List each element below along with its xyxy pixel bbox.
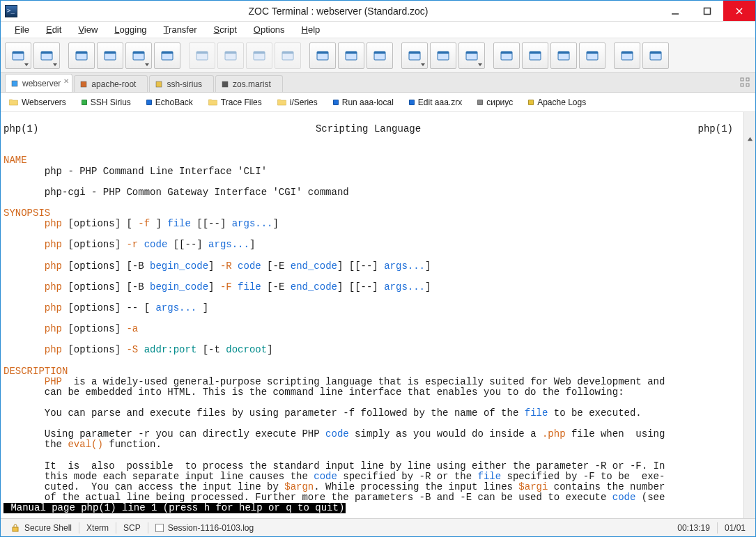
bullet-icon — [333, 100, 339, 105]
quickconnect-button[interactable] — [33, 42, 60, 69]
new-connection-button[interactable] — [68, 42, 95, 69]
reconnect-button[interactable] — [125, 42, 152, 69]
svg-rect-1 — [704, 8, 711, 14]
svg-rect-50 — [156, 81, 162, 87]
status-log[interactable]: Session-1116-0103.log — [150, 523, 259, 533]
titlebar: ZOC Terminal : webserver (Standard.zoc) — [1, 1, 755, 22]
tab-label: apache-root — [91, 79, 136, 89]
menu-logging[interactable]: Logging — [107, 22, 153, 37]
svg-rect-23 — [282, 52, 293, 54]
svg-rect-15 — [162, 52, 173, 54]
bookmark-label: SSH Sirius — [91, 98, 131, 107]
tab-webserver[interactable]: webserver✕ — [5, 74, 72, 92]
bookmark-i-series[interactable]: i/Series — [277, 98, 318, 107]
app-icon — [5, 5, 17, 17]
disconnect-button[interactable] — [97, 42, 123, 69]
tab-icon — [11, 80, 18, 87]
svg-rect-54 — [741, 84, 743, 86]
svg-rect-7 — [41, 52, 52, 54]
menubar: FileEditViewLoggingTransferScriptOptions… — [1, 22, 755, 38]
tab-label: zos.marist — [233, 79, 271, 89]
maximize-button[interactable] — [691, 1, 723, 21]
keyboard-button[interactable] — [493, 42, 520, 69]
svg-rect-47 — [650, 52, 661, 54]
define-button[interactable] — [367, 42, 393, 69]
tools2-button[interactable] — [642, 42, 669, 69]
download-button[interactable] — [309, 42, 336, 69]
tab-label: ssh-sirius — [167, 79, 202, 89]
status-connection: Secure Shell — [5, 523, 77, 533]
minimize-button[interactable] — [659, 1, 691, 21]
bookmark-label: Webservers — [22, 98, 66, 107]
svg-rect-9 — [76, 52, 87, 54]
status-time: 00:13:19 — [672, 523, 716, 533]
bookmark-webservers[interactable]: Webservers — [9, 98, 66, 107]
lock-icon — [10, 523, 20, 533]
tab-overview-icon[interactable] — [740, 77, 750, 87]
paste-selection-button — [275, 42, 301, 69]
bookmark-label: Apache Logs — [537, 98, 586, 107]
menu-options[interactable]: Options — [247, 22, 292, 37]
terminal-view[interactable]: php(1)Scripting Languagephp(1) NAME php … — [1, 112, 755, 518]
status-transfer: SCP — [118, 523, 146, 533]
status-position: 01/01 — [719, 523, 751, 533]
bookmark-edit-aaa-zrx[interactable]: Edit aaa.zrx — [409, 98, 462, 107]
svg-rect-19 — [225, 52, 236, 54]
window-controls — [659, 1, 755, 21]
svg-rect-21 — [254, 52, 265, 54]
menu-transfer[interactable]: Transfer — [157, 22, 204, 37]
svg-rect-33 — [438, 52, 449, 54]
close-button[interactable] — [723, 1, 755, 21]
svg-rect-17 — [196, 52, 208, 54]
svg-rect-13 — [133, 52, 144, 54]
section-name: NAME — [3, 155, 27, 166]
menu-edit[interactable]: Edit — [39, 22, 68, 37]
menu-script[interactable]: Script — [207, 22, 244, 37]
man-header-center: Scripting Language — [316, 124, 421, 134]
run-script-button[interactable] — [401, 42, 428, 69]
bookmark-trace-files[interactable]: Trace Files — [208, 98, 262, 107]
bookmark-echoback[interactable]: EchoBack — [146, 98, 193, 107]
svg-rect-52 — [741, 78, 743, 81]
scrollbar[interactable] — [743, 112, 755, 518]
menu-view[interactable]: View — [71, 22, 105, 37]
folder-icon — [9, 98, 18, 106]
tools1-button[interactable] — [614, 42, 640, 69]
close-icon[interactable]: ✕ — [63, 77, 69, 85]
edit-script-button[interactable] — [458, 42, 485, 69]
svg-rect-49 — [81, 81, 86, 87]
tab-zos-marist[interactable]: zos.marist — [215, 75, 283, 92]
tab-icon — [155, 81, 162, 88]
scroll-up-icon[interactable] — [744, 133, 755, 145]
bullet-icon — [82, 100, 87, 105]
clone-button[interactable] — [154, 42, 180, 69]
cut-button — [217, 42, 244, 69]
options-button[interactable] — [522, 42, 548, 69]
svg-rect-55 — [746, 84, 749, 86]
text-send-button[interactable] — [338, 42, 364, 69]
tab-apache-root[interactable]: apache-root — [74, 75, 148, 92]
tab-ssh-sirius[interactable]: ssh-sirius — [149, 75, 214, 92]
paste-button — [246, 42, 272, 69]
bookmark-ssh-sirius[interactable]: SSH Sirius — [82, 98, 131, 107]
bookmark-сириус[interactable]: сириус — [477, 98, 513, 107]
bookmark-label: i/Series — [290, 98, 318, 107]
menu-help[interactable]: Help — [295, 22, 327, 37]
bookmark-apache-logs[interactable]: Apache Logs — [528, 98, 586, 107]
hostdir-button[interactable] — [5, 42, 31, 69]
bookmark-run-aaa-local[interactable]: Run aaa-local — [333, 98, 394, 107]
open-folder-button[interactable] — [579, 42, 605, 69]
profile-button[interactable] — [550, 42, 577, 69]
svg-rect-5 — [13, 52, 24, 54]
svg-rect-56 — [13, 527, 18, 531]
svg-rect-25 — [317, 52, 328, 54]
svg-rect-43 — [587, 52, 598, 54]
statusbar: Secure Shell Xterm SCP Session-1116-0103… — [1, 518, 755, 536]
window-title: ZOC Terminal : webserver (Standard.zoc) — [17, 6, 659, 17]
checkbox-icon[interactable] — [155, 524, 164, 532]
bullet-icon — [528, 100, 534, 105]
menu-file[interactable]: File — [8, 22, 36, 37]
section-synopsis: SYNOPSIS — [3, 208, 50, 219]
tab-label: webserver — [22, 79, 61, 88]
stop-script-button[interactable] — [430, 42, 456, 69]
